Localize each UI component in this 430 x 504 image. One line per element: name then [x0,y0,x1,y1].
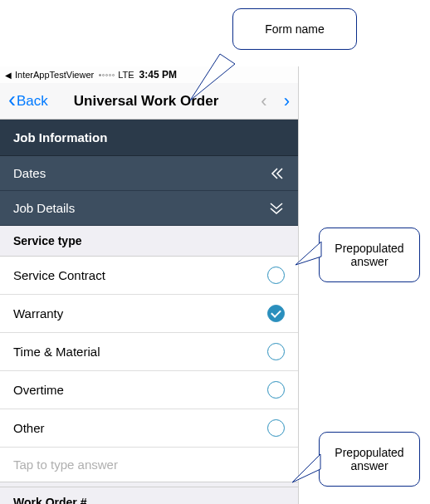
section-job-details[interactable]: Job Details [0,191,298,226]
phone-screen: ◀ InterAppTestViewer LTE 3:45 PM ‹ Back … [0,66,299,504]
record-nav: ‹ › [261,91,290,112]
network-label: LTE [118,70,134,80]
section-dates[interactable]: Dates [0,156,298,191]
radio-unchecked-icon [267,267,285,284]
radio-unchecked-icon [267,419,285,437]
option-overtime[interactable]: Overtime [0,371,298,409]
option-label: Time & Material [13,345,100,359]
option-other[interactable]: Other [0,409,298,448]
back-app-name[interactable]: InterAppTestViewer [15,70,94,80]
chevron-expand-down-icon [268,202,285,215]
radio-unchecked-icon [267,381,285,399]
nav-bar: ‹ Back Universal Work Order ‹ › [0,83,298,120]
option-label: Warranty [13,306,63,321]
svg-marker-1 [296,242,321,265]
option-label: Overtime [13,383,64,397]
section-dates-label: Dates [13,166,46,180]
callout-prepopulated-answer-1: Prepopulated answer [319,228,420,282]
status-bar: ◀ InterAppTestViewer LTE 3:45 PM [0,66,298,83]
back-app-indicator-icon[interactable]: ◀ [5,71,12,80]
option-time-material[interactable]: Time & Material [0,333,298,371]
radio-checked-icon [267,305,285,322]
work-order-label: Work Order # [0,487,298,504]
callout-prepopulated-answer-2: Prepopulated answer [319,432,420,487]
service-type-header: Service type [0,226,298,257]
section-job-details-label: Job Details [13,201,75,215]
svg-marker-2 [292,454,320,482]
option-service-contract[interactable]: Service Contract [0,257,298,295]
callout-pointer-icon [294,240,324,270]
section-job-information: Job Information [0,120,298,156]
svg-marker-0 [190,54,235,100]
chevron-collapse-left-icon [268,167,285,180]
option-warranty[interactable]: Warranty [0,295,298,333]
callout-form-name: Form name [232,8,357,50]
radio-unchecked-icon [267,343,285,360]
prev-record-button: ‹ [261,91,266,112]
callout-pointer-icon [291,453,324,486]
chevron-left-icon: ‹ [8,89,16,111]
option-label: Service Contract [13,268,105,282]
next-record-button[interactable]: › [284,91,290,112]
other-text-input[interactable]: Tap to type answer [0,448,298,482]
callout-pointer-icon [187,46,245,104]
option-label: Other [13,421,45,435]
status-left: ◀ InterAppTestViewer LTE [5,70,134,80]
signal-icon [99,74,115,76]
